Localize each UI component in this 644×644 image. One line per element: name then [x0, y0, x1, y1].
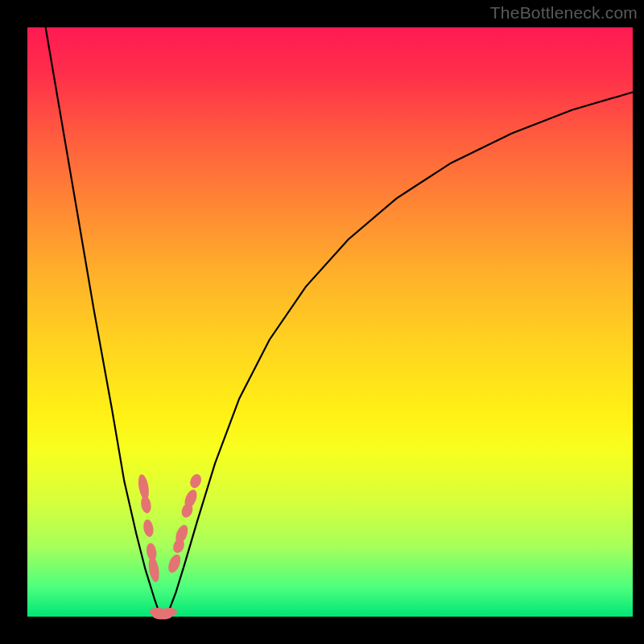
data-marker	[142, 518, 155, 538]
chart-frame: TheBottleneck.com	[0, 0, 644, 644]
data-marker	[188, 473, 204, 490]
data-marker	[166, 553, 183, 575]
markers-group	[137, 473, 204, 620]
chart-svg	[27, 27, 633, 617]
data-marker	[161, 608, 177, 616]
data-marker	[140, 495, 153, 514]
plot-area	[27, 27, 633, 617]
curve-right-branch	[167, 93, 633, 617]
watermark-text: TheBottleneck.com	[490, 3, 638, 23]
curve-left-branch	[46, 27, 161, 617]
curve-group	[46, 27, 633, 617]
